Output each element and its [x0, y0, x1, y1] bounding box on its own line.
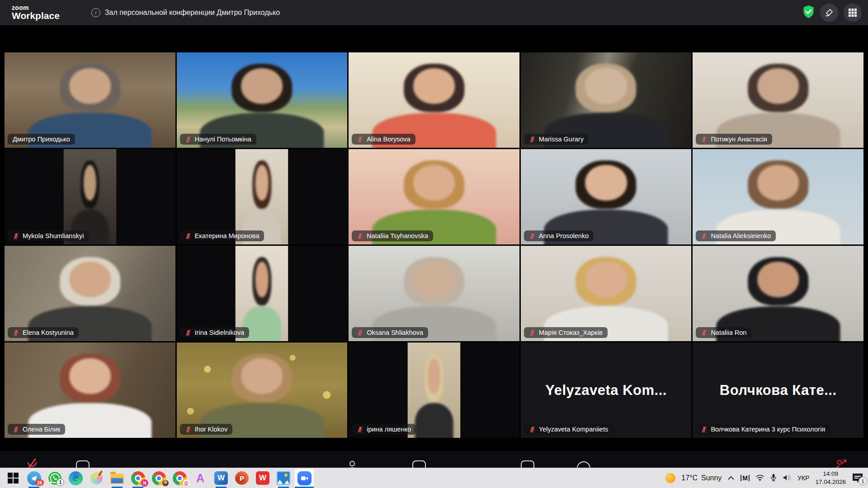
microphone-tray-icon[interactable] [770, 474, 777, 483]
taskbar-item-wps[interactable]: W [252, 468, 273, 488]
participant-tile[interactable]: Nataliia Tsyhanovska [349, 149, 519, 244]
participant-name: Nataliia Ron [711, 329, 746, 336]
participant-tile[interactable]: Marissa Gurary [521, 52, 692, 148]
participant-name-label: Екатерина Миронова [180, 230, 264, 241]
app-badge: 28 [35, 479, 44, 486]
info-icon[interactable]: i [91, 8, 100, 17]
participant-name-label: Дмитро Приходько [8, 134, 75, 145]
taskbar-item-paint[interactable] [86, 468, 107, 488]
participant-tile[interactable]: Волчкова Кате... Волчкова Катерина 3 кур… [693, 343, 863, 438]
windows-taskbar: 281N@AWPW 17°C Sunny M [0, 468, 868, 488]
weather-sun-icon[interactable] [665, 473, 675, 483]
muted-mic-icon [529, 136, 536, 143]
participant-tile[interactable]: Ihor Klokov [177, 343, 348, 438]
taskbar-item-word[interactable]: W [211, 468, 231, 488]
person-face [585, 68, 627, 104]
participant-tile[interactable]: Oksana Shliakhova [349, 246, 519, 341]
participant-tile[interactable]: Yelyzaveta Kom... Yelyzaveta Kompaniiets [521, 343, 692, 438]
participant-name: Natalia Alieksieienko [711, 232, 771, 239]
taskbar-item-telegram[interactable]: 28 [24, 468, 44, 488]
participant-name-label: Oksana Shliakhova [352, 327, 428, 338]
participant-tile[interactable]: Nataliia Ron [693, 246, 863, 341]
gallery-view-icon[interactable] [844, 4, 862, 22]
participant-name: Marissa Gurary [539, 136, 584, 143]
participant-tile[interactable]: Anna Prosolenko [521, 149, 692, 244]
muted-mic-icon [701, 136, 708, 143]
taskbar-item-chrome-n[interactable]: N [127, 468, 148, 488]
tray-time: 14:09 [815, 470, 846, 478]
annotate-pencil-icon[interactable] [820, 4, 838, 22]
taskbar-item-photos[interactable] [273, 468, 294, 488]
chrome-profile-badge [162, 479, 169, 487]
powerpoint-icon: P [235, 471, 249, 485]
participant-name: Irina Sidielnikova [195, 329, 245, 336]
participant-tile[interactable]: Екатерина Миронова [177, 149, 348, 244]
participant-tile[interactable]: Elena Kostyunina [5, 246, 175, 341]
person-face [69, 68, 111, 104]
wifi-icon[interactable] [755, 474, 764, 483]
participant-tile[interactable]: Потикун Анастасія [693, 52, 863, 148]
notification-center-icon[interactable]: 1 [852, 473, 864, 483]
person-face [757, 165, 799, 201]
participant-tile[interactable]: Дмитро Приходько [5, 52, 175, 148]
participant-tile[interactable]: Олена Білик [5, 343, 175, 438]
person-face [413, 68, 455, 104]
muted-mic-icon [701, 426, 708, 433]
participant-name-label: Alina Borysova [352, 134, 415, 145]
ai-app-icon: A [196, 473, 204, 484]
muted-mic-icon [357, 233, 363, 239]
edge-icon [69, 471, 83, 485]
taskbar-item-explorer[interactable] [107, 468, 127, 488]
taskbar-item-chrome-at[interactable]: @ [169, 468, 190, 488]
muted-mic-icon [357, 426, 363, 433]
record-icon[interactable] [577, 461, 590, 468]
participant-tile[interactable]: Mykola Shumlianskyi [5, 149, 175, 244]
person-face [585, 165, 627, 201]
participant-tile[interactable]: Alina Borysova [349, 52, 519, 148]
participant-tile[interactable]: ірина ляшенко [349, 343, 519, 438]
participant-name: Марія Стоказ_Харків [539, 329, 603, 336]
weather-condition: Sunny [701, 474, 722, 482]
clock[interactable]: 14:09 17.04.2026 [815, 470, 846, 486]
network-meter-icon[interactable]: M [741, 475, 750, 481]
participants-icon[interactable]: 39 [348, 460, 359, 468]
participant-tile[interactable]: Natalia Alieksieienko [693, 149, 863, 244]
security-shield-icon[interactable] [802, 5, 815, 20]
taskbar-item-ai[interactable]: A [190, 468, 211, 488]
video-camera-icon[interactable] [76, 460, 90, 468]
participant-name-label: Nataliia Tsyhanovska [352, 230, 433, 241]
person-face [241, 68, 283, 104]
person-face [241, 358, 283, 394]
taskbar-item-zoom[interactable] [294, 468, 315, 488]
person-face [585, 262, 627, 297]
taskbar-item-powerpoint[interactable]: P [231, 468, 252, 488]
windows-logo-icon [8, 473, 19, 483]
mute-microphone-icon[interactable] [26, 458, 38, 468]
chat-icon[interactable] [412, 460, 426, 468]
taskbar-item-start[interactable] [3, 468, 24, 488]
share-screen-icon[interactable] [521, 460, 534, 468]
muted-mic-icon [529, 329, 536, 336]
taskbar-item-chrome-profile[interactable] [148, 468, 169, 488]
tray-chevron-up-icon[interactable] [727, 474, 735, 482]
speaker-icon[interactable] [783, 474, 792, 483]
participant-grid: Дмитро Приходько Нанулі Потьомкіна Alina… [5, 52, 863, 438]
muted-mic-icon [185, 136, 192, 143]
participant-name-label: Natalia Alieksieienko [696, 230, 776, 241]
participant-tile[interactable]: Нанулі Потьомкіна [177, 52, 348, 148]
participant-tile[interactable]: Марія Стоказ_Харків [521, 246, 692, 341]
weather-widget[interactable]: 17°C Sunny [681, 474, 722, 482]
leave-icon[interactable] [835, 459, 847, 468]
zoom-titlebar: zoom Workplace i Зал персональной конфер… [0, 0, 868, 25]
participant-tile[interactable]: Irina Sidielnikova [177, 246, 348, 341]
person-face [255, 165, 269, 201]
taskbar-item-whatsapp[interactable]: 1 [44, 468, 65, 488]
muted-mic-icon [13, 426, 19, 433]
app-badge: 1 [57, 479, 64, 486]
language-indicator[interactable]: УКР [797, 474, 809, 482]
system-tray: 17°C Sunny M УКР 14:09 [665, 470, 868, 486]
meeting-toolbar-partial: 39 [0, 451, 868, 468]
taskbar-item-edge[interactable] [65, 468, 86, 488]
person-face [757, 262, 799, 297]
participant-name: Нанулі Потьомкіна [195, 136, 251, 143]
